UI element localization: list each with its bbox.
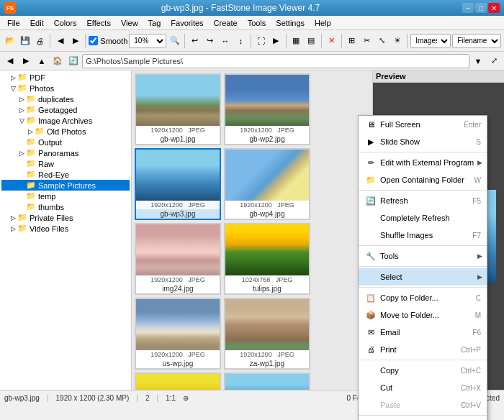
- tree-arrow[interactable]: ▷: [9, 214, 17, 222]
- tree-arrow[interactable]: ▽: [9, 85, 17, 92]
- cm-fullscreen[interactable]: 🖥 Full Screen Enter: [359, 116, 487, 133]
- tb-compare[interactable]: ⊞: [345, 33, 359, 49]
- tb-zoomin[interactable]: 🔍: [168, 33, 181, 49]
- menu-colors[interactable]: Colors: [50, 17, 81, 29]
- tb2-back[interactable]: ◀: [3, 54, 17, 68]
- sort-select[interactable]: Filename: [452, 34, 501, 48]
- tree-imagearchives[interactable]: ▽ 📁 Image Archives: [1, 115, 130, 126]
- tree-privatefiles[interactable]: ▷ 📁 Private Files: [1, 212, 130, 223]
- tb-thumb1[interactable]: ▦: [289, 33, 303, 49]
- tb2-up[interactable]: ▲: [35, 54, 49, 68]
- thumb-tulips[interactable]: 1024x768 JPEG tulips.jpg: [224, 223, 310, 295]
- tree-arrow[interactable]: ▷: [17, 106, 26, 114]
- cm-newfolder[interactable]: 📂 New Folder F8: [359, 417, 487, 420]
- tree-duplicates[interactable]: ▷ 📁 duplicates: [1, 93, 130, 104]
- tb-open[interactable]: 📂: [3, 33, 17, 49]
- tree-pdf[interactable]: ▷ 📁 PDF: [1, 72, 130, 83]
- cm-tools[interactable]: 🔧 Tools: [359, 247, 487, 265]
- tb-prev[interactable]: ◀: [53, 33, 67, 49]
- window-title: gb-wp3.jpg - FastStone Image Viewer 4.7: [19, 3, 462, 13]
- tb-flip-v[interactable]: ↕: [234, 33, 248, 49]
- tb-brightness[interactable]: ☀: [390, 33, 404, 49]
- tree-arrow[interactable]: ▷: [17, 96, 26, 103]
- cm-copytofolder[interactable]: 📋 Copy to Folder... C: [359, 289, 487, 306]
- tree-oldphotos[interactable]: ▷ 📁 Old Photos: [1, 126, 130, 137]
- smooth-checkbox[interactable]: [89, 36, 98, 45]
- tb-thumb2[interactable]: ▤: [305, 33, 318, 49]
- tree-samplepictures[interactable]: 📁 Sample Pictures: [1, 180, 130, 191]
- menu-help[interactable]: Help: [310, 17, 336, 29]
- tree-geotagged[interactable]: ▷ 📁 Geotagged: [1, 104, 130, 115]
- menu-tag[interactable]: Tag: [144, 17, 166, 29]
- menu-edit[interactable]: Edit: [26, 17, 48, 29]
- thumb-zawp5[interactable]: 1920x1200 JPEG za-wp5.jpg: [224, 373, 310, 390]
- thumb-gbwp2[interactable]: 1920x1200 JPEG gb-wp2.jpg: [224, 73, 310, 145]
- menu-view[interactable]: View: [117, 17, 143, 29]
- tree-arrow[interactable]: ▽: [17, 117, 26, 124]
- thumb-zawp4[interactable]: 1920x1200 JPEG za-wp4.jpg: [135, 373, 221, 390]
- thumb-gbwp1[interactable]: 1920x1200 JPEG gb-wp1.jpg: [135, 73, 221, 145]
- minimize-button[interactable]: −: [462, 3, 474, 13]
- tree-panoramas[interactable]: ▷ 📁 Panoramas: [1, 147, 130, 158]
- menu-effects[interactable]: Effects: [83, 17, 115, 29]
- tb-fullscreen[interactable]: ⛶: [254, 33, 268, 49]
- tb2-refresh[interactable]: 🔄: [66, 54, 81, 68]
- cm-print[interactable]: 🖨 Print Ctrl+P: [359, 341, 487, 358]
- tree-arrow[interactable]: ▷: [26, 128, 35, 135]
- tb2-expand[interactable]: ⤢: [487, 54, 501, 68]
- tb-rotate-right[interactable]: ↪: [203, 33, 217, 49]
- menu-settings[interactable]: Settings: [271, 17, 309, 29]
- zoom-select[interactable]: 10%25%50%100%: [129, 34, 166, 48]
- thumb-gbwp4[interactable]: 1920x1200 JPEG gb-wp4.jpg: [224, 148, 310, 220]
- cm-copy[interactable]: Copy Ctrl+C: [359, 362, 487, 379]
- smooth-toggle[interactable]: Smooth: [89, 36, 127, 45]
- tb2-home[interactable]: 🏠: [50, 54, 65, 68]
- menu-favorites[interactable]: Favorites: [166, 17, 207, 29]
- cm-movetofolder[interactable]: 📦 Move to Folder... M: [359, 306, 487, 324]
- cm-opencontaining[interactable]: 📁 Open Containing Folder W: [359, 171, 487, 188]
- cm-select[interactable]: Select: [359, 268, 487, 286]
- cm-sep6: [359, 360, 487, 360]
- menu-create[interactable]: Create: [210, 17, 242, 29]
- tree-output[interactable]: 📁 Output: [1, 137, 130, 147]
- thumb-uswp[interactable]: 1920x1200 JPEG us-wp.jpg: [135, 298, 221, 370]
- tb-delete[interactable]: ✕: [325, 33, 338, 49]
- menu-file[interactable]: File: [3, 17, 24, 29]
- tree-videofiles[interactable]: ▷ 📁 Video Files: [1, 223, 130, 234]
- tree-redeye[interactable]: 📁 Red-Eye: [1, 169, 130, 180]
- tree-thumbs[interactable]: 📁 thumbs: [1, 201, 130, 212]
- tb-crop[interactable]: ✂: [360, 33, 374, 49]
- cm-editexternal[interactable]: ✏ Edit with External Program: [359, 154, 487, 171]
- tree-raw[interactable]: 📁 Raw: [1, 158, 130, 169]
- maximize-button[interactable]: □: [475, 3, 487, 13]
- close-button[interactable]: ✕: [488, 3, 500, 13]
- tb-print[interactable]: 🖨: [33, 33, 47, 49]
- path-bar[interactable]: G:\Photos\Sample Pictures\: [82, 54, 469, 68]
- cm-shuffle[interactable]: Shuffle Images F7: [359, 227, 487, 244]
- tree-photos[interactable]: ▽ 📁 Photos: [1, 83, 130, 93]
- tb2-forward[interactable]: ▶: [19, 54, 33, 68]
- cm-cut[interactable]: Cut Ctrl+X: [359, 379, 487, 396]
- select-icon: [364, 271, 377, 283]
- tree-arrow[interactable]: ▷: [17, 150, 26, 157]
- tree-arrow[interactable]: ▷: [9, 74, 17, 81]
- thumb-zawp1[interactable]: 1920x1200 JPEG za-wp1.jpg: [224, 298, 310, 370]
- tree-temp[interactable]: 📁 temp: [1, 191, 130, 201]
- tb-save[interactable]: 💾: [18, 33, 32, 49]
- thumb-img24[interactable]: 1920x1200 JPEG img24.jpg: [135, 223, 221, 295]
- tb2-arrow[interactable]: ▼: [471, 54, 485, 68]
- tb-flip-h[interactable]: ↔: [219, 33, 233, 49]
- tb-rotate-left[interactable]: ↩: [188, 33, 202, 49]
- cm-refresh[interactable]: 🔄 Refresh F5: [359, 192, 487, 209]
- cm-slideshow[interactable]: ▶ Slide Show S: [359, 133, 487, 150]
- tb-slideshow[interactable]: ▶: [269, 33, 283, 49]
- cm-email[interactable]: ✉ Email F6: [359, 324, 487, 341]
- tb-resize[interactable]: ⤡: [375, 33, 389, 49]
- menu-tools[interactable]: Tools: [243, 17, 271, 29]
- tb-next[interactable]: ▶: [68, 33, 82, 49]
- cm-paste[interactable]: Paste Ctrl+V: [359, 396, 487, 414]
- filter-select[interactable]: Images: [410, 34, 451, 48]
- tree-arrow[interactable]: ▷: [9, 225, 17, 232]
- thumb-gbwp3[interactable]: 1920x1200 JPEG gb-wp3.jpg: [135, 148, 221, 220]
- cm-complrefresh[interactable]: Completely Refresh: [359, 209, 487, 227]
